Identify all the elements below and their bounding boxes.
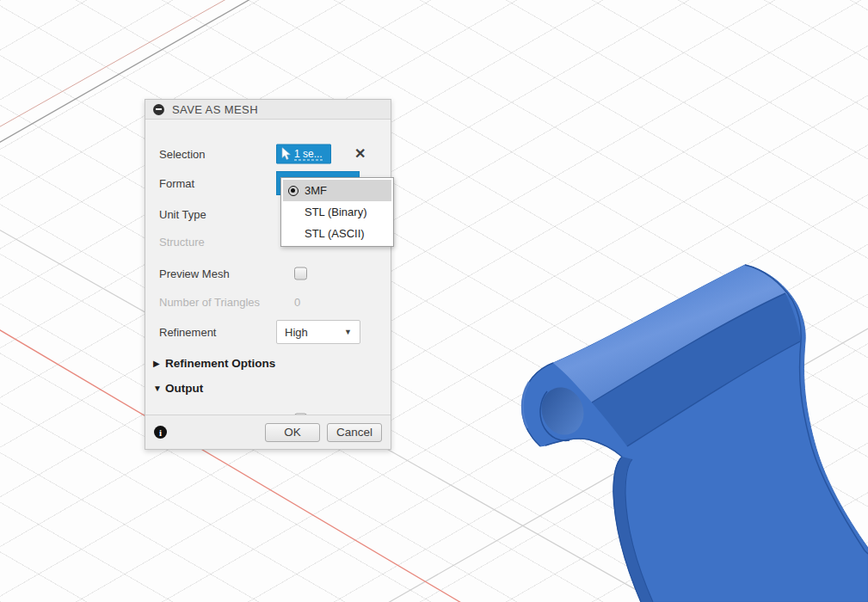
refinement-value: High xyxy=(285,326,308,339)
ok-button[interactable]: OK xyxy=(265,423,320,442)
dialog-title: SAVE AS MESH xyxy=(172,103,258,116)
refinement-options-title: Refinement Options xyxy=(165,357,275,370)
refinement-dropdown[interactable]: High ▼ xyxy=(276,320,360,344)
selection-label: Selection xyxy=(159,148,205,161)
3d-viewport[interactable]: SAVE AS MESH Selection 1 se... ✕ Format xyxy=(0,0,868,602)
menu-item-label: 3MF xyxy=(305,184,327,197)
refinement-label: Refinement xyxy=(159,326,216,339)
dialog-body: Selection 1 se... ✕ Format 3MF ▼ xyxy=(145,120,391,416)
format-dropdown-menu: 3MF STL (Binary) STL (ASCII) xyxy=(280,177,394,247)
format-label: Format xyxy=(159,177,194,190)
structure-label: Structure xyxy=(159,236,205,249)
dialog-grip-icon xyxy=(153,104,164,115)
collapsed-triangle-icon: ▶ xyxy=(153,359,165,368)
chevron-down-icon: ▼ xyxy=(344,328,352,336)
menu-item-stl-binary[interactable]: STL (Binary) xyxy=(283,201,391,223)
dialog-titlebar[interactable]: SAVE AS MESH xyxy=(145,100,391,120)
section-refinement-options[interactable]: ▶ Refinement Options xyxy=(153,357,275,370)
dialog-footer: i OK Cancel xyxy=(145,415,391,449)
output-title: Output xyxy=(165,382,203,395)
clear-selection-button[interactable]: ✕ xyxy=(354,147,366,161)
menu-item-label: STL (ASCII) xyxy=(305,227,365,240)
model-body[interactable] xyxy=(522,265,868,602)
menu-item-3mf[interactable]: 3MF xyxy=(283,180,391,201)
cursor-icon xyxy=(281,148,291,161)
number-of-triangles-value: 0 xyxy=(294,296,300,309)
radio-selected-icon xyxy=(288,186,299,196)
expanded-triangle-icon: ▼ xyxy=(153,384,165,393)
preview-mesh-checkbox[interactable] xyxy=(294,267,307,280)
selection-button[interactable]: 1 se... xyxy=(276,144,331,164)
info-icon[interactable]: i xyxy=(154,426,167,439)
selection-count: 1 se... xyxy=(294,148,323,161)
menu-item-stl-ascii[interactable]: STL (ASCII) xyxy=(283,223,391,244)
viewport-scene xyxy=(0,0,868,602)
unit-type-label: Unit Type xyxy=(159,208,206,221)
save-as-mesh-dialog: SAVE AS MESH Selection 1 se... ✕ Format xyxy=(145,99,391,450)
number-of-triangles-label: Number of Triangles xyxy=(159,296,260,309)
cancel-button[interactable]: Cancel xyxy=(327,423,382,442)
menu-item-label: STL (Binary) xyxy=(305,206,366,218)
section-output[interactable]: ▼ Output xyxy=(153,382,203,395)
preview-mesh-label: Preview Mesh xyxy=(159,267,230,280)
